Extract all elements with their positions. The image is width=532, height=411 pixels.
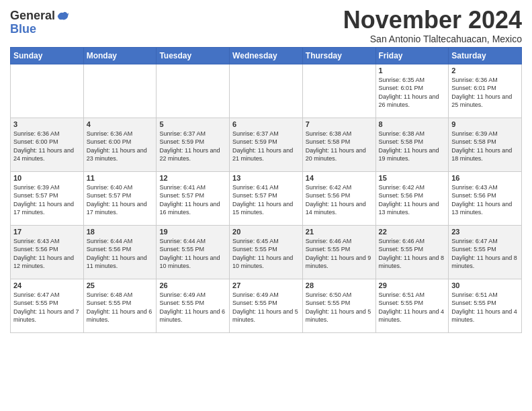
- day-number: 22: [379, 228, 446, 236]
- calendar-cell: [83, 64, 157, 118]
- calendar-cell: 24Sunrise: 6:47 AMSunset: 5:55 PMDayligh…: [11, 279, 84, 332]
- day-info: Sunrise: 6:43 AMSunset: 5:56 PMDaylight:…: [451, 183, 519, 217]
- title-block: November 2024 San Antonio Tlaltecahuacan…: [343, 7, 522, 44]
- calendar-cell: 22Sunrise: 6:46 AMSunset: 5:55 PMDayligh…: [375, 225, 449, 279]
- day-info: Sunrise: 6:47 AMSunset: 5:55 PMDaylight:…: [13, 291, 81, 324]
- logo-icon: [56, 9, 70, 23]
- calendar-cell: 21Sunrise: 6:46 AMSunset: 5:55 PMDayligh…: [302, 225, 375, 279]
- day-number: 27: [232, 281, 300, 289]
- day-number: 30: [451, 281, 519, 289]
- day-info: Sunrise: 6:51 AMSunset: 5:55 PMDaylight:…: [451, 291, 519, 324]
- day-info: Sunrise: 6:39 AMSunset: 5:58 PMDaylight:…: [451, 130, 519, 163]
- day-number: 7: [306, 120, 373, 128]
- calendar-cell: 30Sunrise: 6:51 AMSunset: 5:55 PMDayligh…: [449, 279, 522, 332]
- day-number: 10: [13, 174, 81, 182]
- logo-blue-text: Blue: [10, 22, 36, 36]
- day-info: Sunrise: 6:36 AMSunset: 6:00 PMDaylight:…: [13, 130, 81, 163]
- day-info: Sunrise: 6:41 AMSunset: 5:57 PMDaylight:…: [232, 183, 300, 217]
- calendar-cell: 1Sunrise: 6:35 AMSunset: 6:01 PMDaylight…: [375, 64, 449, 118]
- day-number: 6: [232, 120, 300, 128]
- calendar-cell: 2Sunrise: 6:36 AMSunset: 6:01 PMDaylight…: [449, 64, 522, 118]
- calendar-cell: 19Sunrise: 6:44 AMSunset: 5:55 PMDayligh…: [157, 225, 230, 279]
- calendar-cell: 18Sunrise: 6:44 AMSunset: 5:56 PMDayligh…: [83, 225, 157, 279]
- weekday-header: Sunday: [11, 47, 84, 64]
- calendar-cell: 14Sunrise: 6:42 AMSunset: 5:56 PMDayligh…: [302, 171, 375, 225]
- day-number: 18: [87, 228, 154, 236]
- calendar-cell: 16Sunrise: 6:43 AMSunset: 5:56 PMDayligh…: [449, 171, 522, 225]
- calendar-cell: [302, 64, 375, 118]
- calendar-cell: [230, 64, 303, 118]
- calendar-cell: 13Sunrise: 6:41 AMSunset: 5:57 PMDayligh…: [230, 171, 303, 225]
- day-number: 26: [159, 281, 226, 289]
- calendar-week-row: 24Sunrise: 6:47 AMSunset: 5:55 PMDayligh…: [11, 279, 522, 332]
- weekday-header: Monday: [83, 47, 157, 64]
- day-info: Sunrise: 6:45 AMSunset: 5:55 PMDaylight:…: [232, 237, 300, 271]
- day-number: 5: [159, 120, 226, 128]
- day-info: Sunrise: 6:47 AMSunset: 5:55 PMDaylight:…: [451, 237, 519, 271]
- weekday-header: Friday: [375, 47, 449, 64]
- day-number: 11: [87, 174, 154, 182]
- day-info: Sunrise: 6:41 AMSunset: 5:57 PMDaylight:…: [159, 183, 226, 217]
- day-info: Sunrise: 6:38 AMSunset: 5:58 PMDaylight:…: [379, 130, 446, 163]
- calendar-cell: 5Sunrise: 6:37 AMSunset: 5:59 PMDaylight…: [157, 118, 230, 171]
- day-number: 1: [379, 66, 446, 75]
- day-info: Sunrise: 6:49 AMSunset: 5:55 PMDaylight:…: [232, 291, 300, 324]
- weekday-header: Wednesday: [230, 47, 303, 64]
- calendar-cell: 12Sunrise: 6:41 AMSunset: 5:57 PMDayligh…: [157, 171, 230, 225]
- day-number: 29: [379, 281, 446, 289]
- day-number: 8: [379, 120, 446, 128]
- day-info: Sunrise: 6:42 AMSunset: 5:56 PMDaylight:…: [379, 183, 446, 217]
- calendar-cell: 3Sunrise: 6:36 AMSunset: 6:00 PMDaylight…: [11, 118, 84, 171]
- calendar-week-row: 17Sunrise: 6:43 AMSunset: 5:56 PMDayligh…: [11, 225, 522, 279]
- header-row: SundayMondayTuesdayWednesdayThursdayFrid…: [11, 47, 522, 64]
- day-info: Sunrise: 6:36 AMSunset: 6:00 PMDaylight:…: [87, 130, 154, 163]
- day-number: 2: [451, 66, 519, 75]
- calendar-cell: 6Sunrise: 6:37 AMSunset: 5:59 PMDaylight…: [230, 118, 303, 171]
- calendar-cell: 11Sunrise: 6:40 AMSunset: 5:57 PMDayligh…: [83, 171, 157, 225]
- weekday-header: Saturday: [449, 47, 522, 64]
- calendar-cell: 10Sunrise: 6:39 AMSunset: 5:57 PMDayligh…: [11, 171, 84, 225]
- day-number: 24: [13, 281, 81, 289]
- day-info: Sunrise: 6:46 AMSunset: 5:55 PMDaylight:…: [306, 237, 373, 271]
- calendar-week-row: 1Sunrise: 6:35 AMSunset: 6:01 PMDaylight…: [11, 64, 522, 118]
- day-number: 21: [306, 228, 373, 236]
- calendar-cell: 7Sunrise: 6:38 AMSunset: 5:58 PMDaylight…: [302, 118, 375, 171]
- day-info: Sunrise: 6:40 AMSunset: 5:57 PMDaylight:…: [87, 183, 154, 217]
- day-info: Sunrise: 6:48 AMSunset: 5:55 PMDaylight:…: [87, 291, 154, 324]
- day-number: 20: [232, 228, 300, 236]
- day-info: Sunrise: 6:37 AMSunset: 5:59 PMDaylight:…: [232, 130, 300, 163]
- day-info: Sunrise: 6:36 AMSunset: 6:01 PMDaylight:…: [451, 76, 519, 109]
- calendar-cell: 27Sunrise: 6:49 AMSunset: 5:55 PMDayligh…: [230, 279, 303, 332]
- day-number: 4: [87, 120, 154, 128]
- calendar-cell: 4Sunrise: 6:36 AMSunset: 6:00 PMDaylight…: [83, 118, 157, 171]
- day-info: Sunrise: 6:50 AMSunset: 5:55 PMDaylight:…: [306, 291, 373, 324]
- day-number: 13: [232, 174, 300, 182]
- calendar-cell: 26Sunrise: 6:49 AMSunset: 5:55 PMDayligh…: [157, 279, 230, 332]
- logo: General Blue: [10, 9, 70, 36]
- calendar-table: SundayMondayTuesdayWednesdayThursdayFrid…: [10, 47, 522, 333]
- day-info: Sunrise: 6:38 AMSunset: 5:58 PMDaylight:…: [306, 130, 373, 163]
- calendar-cell: 29Sunrise: 6:51 AMSunset: 5:55 PMDayligh…: [375, 279, 449, 332]
- day-info: Sunrise: 6:44 AMSunset: 5:56 PMDaylight:…: [87, 237, 154, 271]
- page: General Blue November 2024 San Antonio T…: [0, 0, 532, 340]
- day-info: Sunrise: 6:42 AMSunset: 5:56 PMDaylight:…: [306, 183, 373, 217]
- weekday-header: Thursday: [302, 47, 375, 64]
- calendar-cell: 8Sunrise: 6:38 AMSunset: 5:58 PMDaylight…: [375, 118, 449, 171]
- day-info: Sunrise: 6:46 AMSunset: 5:55 PMDaylight:…: [379, 237, 446, 271]
- logo-general-text: General: [10, 9, 55, 23]
- calendar-cell: 17Sunrise: 6:43 AMSunset: 5:56 PMDayligh…: [11, 225, 84, 279]
- subtitle: San Antonio Tlaltecahuacan, Mexico: [343, 34, 522, 44]
- calendar-cell: 28Sunrise: 6:50 AMSunset: 5:55 PMDayligh…: [302, 279, 375, 332]
- day-info: Sunrise: 6:49 AMSunset: 5:55 PMDaylight:…: [159, 291, 226, 324]
- day-number: 23: [451, 228, 519, 236]
- day-number: 9: [451, 120, 519, 128]
- weekday-header: Tuesday: [157, 47, 230, 64]
- calendar-cell: 25Sunrise: 6:48 AMSunset: 5:55 PMDayligh…: [83, 279, 157, 332]
- calendar-week-row: 10Sunrise: 6:39 AMSunset: 5:57 PMDayligh…: [11, 171, 522, 225]
- day-number: 28: [306, 281, 373, 289]
- day-number: 14: [306, 174, 373, 182]
- calendar-cell: 23Sunrise: 6:47 AMSunset: 5:55 PMDayligh…: [449, 225, 522, 279]
- calendar-cell: [11, 64, 84, 118]
- day-number: 25: [87, 281, 154, 289]
- calendar-cell: 9Sunrise: 6:39 AMSunset: 5:58 PMDaylight…: [449, 118, 522, 171]
